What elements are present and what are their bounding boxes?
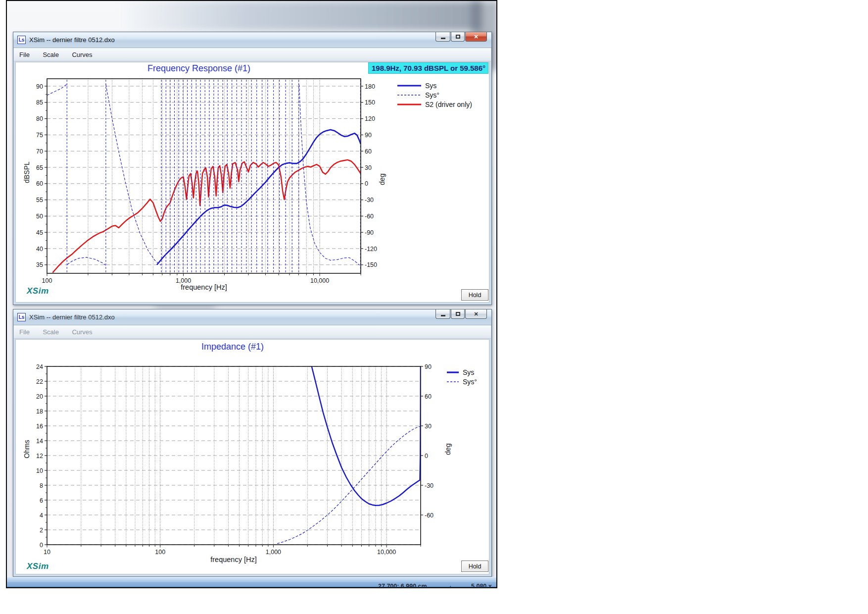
legend-label: Sys — [425, 82, 436, 90]
svg-text:1,000: 1,000 — [266, 549, 281, 556]
svg-text:60: 60 — [365, 148, 372, 155]
xsim-logo: XSim — [27, 286, 49, 296]
screenshot-figure: Ls XSim -- dernier filtre 0512.dxo ✕ Fil… — [6, 0, 497, 588]
close-icon: ✕ — [474, 34, 478, 40]
svg-text:4: 4 — [40, 512, 43, 519]
window-titlebar[interactable]: Ls XSim -- dernier filtre 0512.dxo ✕ — [13, 32, 491, 48]
svg-text:0: 0 — [425, 453, 428, 460]
svg-text:-60: -60 — [365, 213, 374, 220]
plot-frame — [47, 79, 361, 273]
svg-text:90: 90 — [36, 83, 43, 90]
status-dots: ‥‥‥ — [354, 583, 367, 588]
svg-text:30: 30 — [365, 164, 372, 171]
series-sys — [277, 426, 421, 544]
legend-item: Sys° — [446, 377, 477, 386]
window-titlebar[interactable]: Ls XSim -- dernier filtre 0512.dxo ✕ — [13, 309, 491, 325]
svg-text:10: 10 — [36, 467, 43, 474]
svg-text:8: 8 — [40, 482, 43, 489]
series-sys-phase — [67, 257, 105, 265]
svg-text:-120: -120 — [365, 246, 377, 253]
chart2-right-axis-title: deg — [444, 433, 452, 465]
xsim-app-icon: Ls — [17, 313, 26, 321]
chart2-x-axis-title: frequency [Hz] — [159, 556, 308, 563]
desktop-background-smudge — [121, 1, 482, 31]
menu-curves[interactable]: Curves — [66, 325, 97, 336]
hold-button[interactable]: Hold — [461, 561, 488, 572]
svg-text:6: 6 — [40, 497, 43, 504]
series-sys-phase — [47, 84, 67, 95]
gridlines: 2422201816141210864209060300-30-60 — [36, 363, 434, 549]
xsim-app-icon: Ls — [17, 36, 26, 44]
svg-text:-30: -30 — [365, 197, 374, 204]
svg-text:90: 90 — [425, 363, 432, 370]
chart1-right-axis-title: deg — [378, 163, 386, 195]
svg-text:180: 180 — [365, 83, 375, 90]
legend-item: Sys° — [397, 90, 472, 100]
svg-text:-150: -150 — [365, 261, 377, 268]
svg-text:14: 14 — [36, 438, 43, 445]
legend-label: Sys — [463, 368, 474, 376]
maximize-icon — [456, 35, 460, 39]
chart1-legend: SysSys°S2 (driver only) — [397, 81, 472, 109]
series-sys — [310, 348, 421, 506]
svg-text:40: 40 — [36, 246, 43, 253]
series-sys-phase — [106, 85, 161, 265]
svg-text:100: 100 — [42, 277, 52, 284]
svg-text:60: 60 — [36, 180, 43, 187]
legend-line-sample — [446, 379, 459, 385]
svg-text:0: 0 — [365, 180, 368, 187]
svg-text:85: 85 — [36, 99, 43, 106]
chart2-legend: SysSys° — [446, 367, 477, 386]
status-zoom-level: 5.080 x — [471, 583, 492, 588]
legend-item: Sys — [397, 81, 472, 90]
chart1-left-axis-title: dBSPL — [23, 156, 31, 188]
minimize-button[interactable] — [435, 32, 450, 42]
svg-text:45: 45 — [36, 229, 43, 236]
svg-text:22: 22 — [36, 378, 43, 385]
chart1-x-axis-title: frequency [Hz] — [130, 283, 278, 291]
close-button[interactable]: ✕ — [465, 309, 487, 319]
legend-line-sample — [397, 83, 422, 89]
svg-text:-90: -90 — [365, 229, 374, 236]
svg-text:75: 75 — [36, 132, 43, 139]
svg-text:10,000: 10,000 — [377, 549, 396, 556]
menu-file[interactable]: File — [14, 325, 35, 336]
svg-text:120: 120 — [365, 115, 375, 122]
minimize-button[interactable] — [435, 309, 450, 319]
svg-text:60: 60 — [425, 393, 432, 400]
legend-item: Sys — [446, 367, 477, 377]
close-icon: ✕ — [474, 311, 478, 317]
hold-button[interactable]: Hold — [461, 289, 488, 301]
svg-text:10,000: 10,000 — [310, 277, 329, 284]
impedance-chart[interactable]: 2422201816141210864209060300-30-60101001… — [16, 341, 491, 573]
maximize-button[interactable] — [451, 309, 465, 319]
svg-text:50: 50 — [36, 213, 43, 220]
menu-scale[interactable]: Scale — [37, 325, 64, 336]
menu-curves[interactable]: Curves — [66, 48, 97, 58]
svg-text:12: 12 — [36, 453, 43, 460]
xsim-logo: XSim — [27, 562, 49, 571]
status-arrow-icon: ▴‥‥ — [449, 583, 460, 588]
svg-text:90: 90 — [365, 132, 372, 139]
legend-label: Sys° — [425, 91, 439, 99]
gridlines: 9085807570656055504540351801501209060300… — [36, 79, 377, 276]
maximize-button[interactable] — [451, 32, 465, 42]
maximize-icon — [456, 312, 460, 316]
legend-line-sample — [397, 92, 422, 98]
status-measurement: 27.700; 6.990 cm — [378, 583, 427, 588]
legend-item: S2 (driver only) — [397, 100, 472, 109]
legend-label: S2 (driver only) — [425, 101, 472, 108]
svg-text:100: 100 — [155, 549, 165, 556]
minimize-icon — [441, 315, 445, 316]
menu-file[interactable]: File — [14, 48, 35, 58]
window-title: XSim -- dernier filtre 0512.dxo — [29, 36, 115, 44]
menu-scale[interactable]: Scale — [37, 48, 64, 58]
svg-text:18: 18 — [36, 408, 43, 415]
svg-text:65: 65 — [36, 164, 43, 171]
svg-text:24: 24 — [36, 363, 43, 370]
svg-text:-30: -30 — [425, 482, 434, 489]
close-button[interactable]: ✕ — [465, 32, 487, 42]
status-strip: ‥‥‥ 27.700; 6.990 cm ▴‥‥ 5.080 x — [7, 577, 496, 588]
svg-text:30: 30 — [425, 423, 432, 430]
menubar: File Scale Curves — [14, 325, 491, 339]
